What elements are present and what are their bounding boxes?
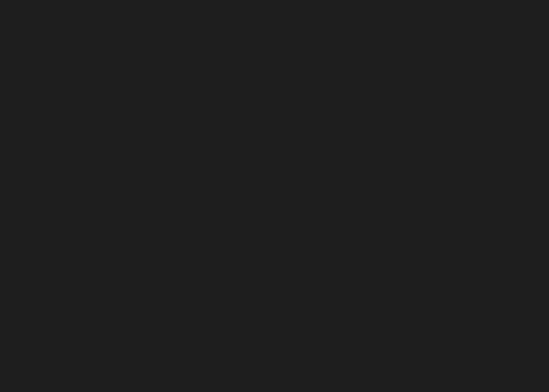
visual-studio-window (0, 0, 549, 392)
tab-bar (0, 0, 549, 13)
code-editor[interactable] (0, 14, 549, 392)
breakpoint-margin[interactable] (0, 14, 6, 392)
